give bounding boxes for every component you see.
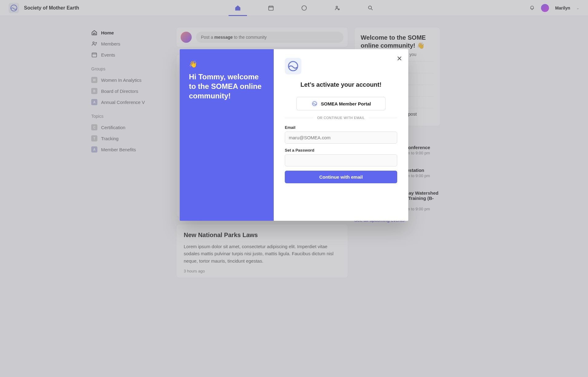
sso-logo [311,100,318,107]
password-input[interactable] [285,154,397,166]
continue-button[interactable]: Continue with email [285,171,397,183]
wave-emoji: 👋 [189,60,265,68]
globe-icon [312,101,317,106]
activation-modal: 👋 Hi Tommy, welcome to the SOMEA online … [180,49,408,221]
modal-overlay: 👋 Hi Tommy, welcome to the SOMEA online … [0,0,588,278]
email-input[interactable] [285,132,397,144]
email-label: Email [285,125,397,130]
form-divider: OR CONTINUE WITH EMAIL [285,116,397,120]
globe-icon [288,61,299,72]
modal-title: Let’s activate your account! [285,81,397,88]
modal-logo [285,58,301,74]
modal-left-panel: 👋 Hi Tommy, welcome to the SOMEA online … [180,49,274,221]
modal-welcome-text: Hi Tommy, welcome to the SOMEA online co… [189,72,265,101]
sso-button[interactable]: SOMEA Member Portal [296,97,386,110]
modal-right-panel: ✕ Let’s activate your account! SOMEA Mem… [274,49,408,221]
close-button[interactable]: ✕ [397,55,402,63]
password-label: Set a Password [285,148,397,153]
sso-label: SOMEA Member Portal [321,101,371,106]
